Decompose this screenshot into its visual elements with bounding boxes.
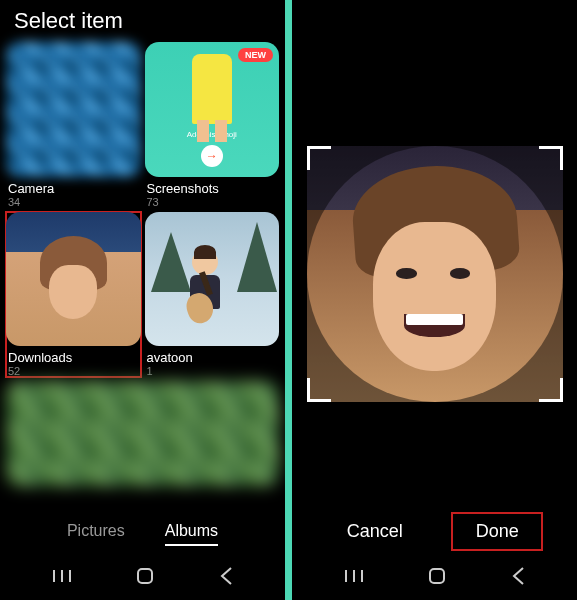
album-downloads[interactable]: Downloads 52 (6, 212, 141, 378)
crop-image[interactable] (307, 146, 563, 402)
bottom-tabs: Pictures Albums (0, 508, 285, 556)
done-button[interactable]: Done (452, 513, 542, 550)
back-button[interactable] (219, 566, 233, 586)
album-thumbnail (6, 381, 279, 486)
album-thumbnail (6, 42, 141, 177)
album-count: 73 (145, 196, 280, 208)
recents-button[interactable] (52, 568, 72, 584)
crop-actions: Cancel Done (292, 507, 577, 556)
home-button[interactable] (135, 566, 155, 586)
album-thumbnail (145, 212, 280, 347)
album-name: Screenshots (145, 181, 280, 196)
recents-button[interactable] (344, 568, 364, 584)
avatoon-character (185, 249, 225, 329)
photo-content (307, 146, 563, 402)
album-screenshots[interactable]: NEW Add this emoji → Screenshots 73 (145, 42, 280, 208)
svg-rect-7 (430, 569, 444, 583)
crop-area[interactable] (292, 40, 577, 507)
album-extra[interactable] (6, 381, 279, 486)
album-count: 34 (6, 196, 141, 208)
tab-pictures[interactable]: Pictures (67, 522, 125, 546)
tree-decoration (237, 222, 277, 292)
album-thumbnail (6, 212, 141, 347)
thumb-caption: Add this emoji (187, 130, 237, 139)
album-name: avatoon (145, 350, 280, 365)
back-button[interactable] (511, 566, 525, 586)
android-navbar (292, 556, 577, 600)
album-thumbnail: NEW Add this emoji → (145, 42, 280, 177)
album-name: Camera (6, 181, 141, 196)
album-name: Downloads (6, 350, 141, 365)
page-title: Select item (0, 0, 285, 42)
album-count: 1 (145, 365, 280, 377)
emoji-character (192, 54, 232, 124)
tab-albums[interactable]: Albums (165, 522, 218, 546)
album-camera[interactable]: Camera 34 (6, 42, 141, 208)
svg-rect-3 (138, 569, 152, 583)
albums-grid: Camera 34 NEW Add this emoji → Screensho… (0, 42, 285, 486)
new-badge: NEW (238, 48, 273, 62)
android-navbar (0, 556, 285, 600)
home-button[interactable] (427, 566, 447, 586)
album-avatoon[interactable]: avatoon 1 (145, 212, 280, 378)
album-picker-screen: Select item Camera 34 NEW Add this emoji… (0, 0, 285, 600)
arrow-icon: → (201, 145, 223, 167)
cancel-button[interactable]: Cancel (327, 513, 423, 550)
album-count: 52 (6, 365, 141, 377)
crop-screen: Cancel Done (292, 0, 577, 600)
